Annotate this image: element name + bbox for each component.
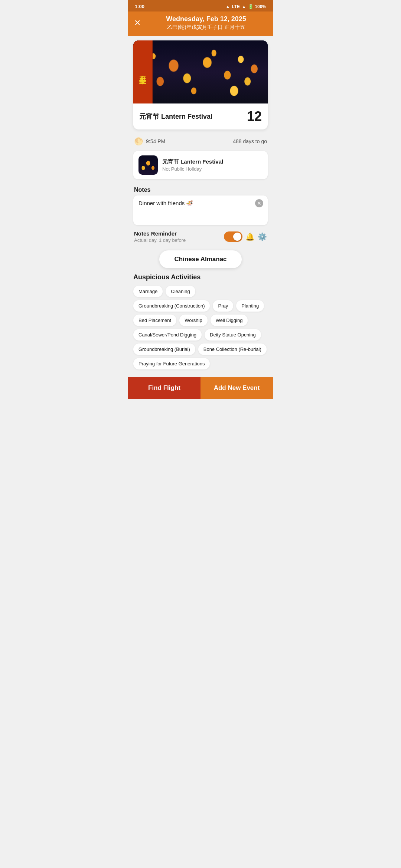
activities-section: Auspicious Activities MarriageCleaningGr… [128,273,273,369]
event-thumb-inner [138,155,158,175]
bell-icon[interactable]: 🔔 [245,232,255,241]
festival-day: 12 [247,109,262,124]
tags-container: MarriageCleaningGroundbreaking (Construc… [133,286,268,369]
reminder-icons: 🔔 ⚙️ [224,231,267,242]
reminder-subtitle: Actual day, 1 day before [134,237,220,243]
event-thumbnail [138,155,158,175]
reminder-title: Notes Reminder [134,230,220,237]
festival-name: 元宵节 Lantern Festival [139,112,212,121]
close-button[interactable]: ✕ [134,19,141,27]
chinese-date-line: 乙巳(蛇)年戊寅月壬子日 正月十五 [145,24,267,31]
lanterns-background [133,40,268,103]
red-date-tag: 正月十五 [133,40,153,103]
add-event-button[interactable]: Add New Event [200,377,273,399]
activity-tag[interactable]: Cleaning [166,286,195,297]
festival-info: 元宵节 Lantern Festival 12 [133,103,268,129]
battery-icon: 🔋 100% [248,4,266,9]
activities-title: Auspicious Activities [133,273,268,281]
reminder-toggle[interactable] [224,231,242,242]
header-text: Wednesday, Feb 12, 2025 乙巳(蛇)年戊寅月壬子日 正月十… [145,15,267,31]
activity-tag[interactable]: Groundbreaking (Burial) [133,343,195,355]
activity-tag[interactable]: Marriage [133,286,163,297]
gear-icon[interactable]: ⚙️ [258,232,267,241]
festival-image: 正月十五 [133,40,268,103]
clear-notes-button[interactable]: ✕ [255,199,263,207]
reminder-row: Notes Reminder Actual day, 1 day before … [128,225,273,248]
activity-tag[interactable]: Bed Placement [133,315,176,326]
date-line: Wednesday, Feb 12, 2025 [145,15,267,23]
event-entry[interactable]: 元宵节 Lantern Festival Not Public Holiday [133,151,268,179]
header: ✕ Wednesday, Feb 12, 2025 乙巳(蛇)年戊寅月壬子日 正… [128,11,273,36]
event-subtitle: Not Public Holiday [162,166,223,172]
wifi-icon: ▲ [225,4,230,9]
find-flight-button[interactable]: Find Flight [128,377,200,399]
activity-tag[interactable]: Well Digging [211,315,248,326]
moon-icon: 🌕 [134,137,143,146]
red-tag-text: 正月十五 [139,70,146,73]
bottom-buttons: Find Flight Add New Event [128,377,273,399]
activity-tag[interactable]: Praying for Future Generations [133,358,210,369]
activity-tag[interactable]: Bone Collection (Re-burial) [198,343,267,355]
activity-tag[interactable]: Pray [213,300,233,312]
reminder-text: Notes Reminder Actual day, 1 day before [134,230,220,243]
lte-label: LTE [232,4,240,9]
activity-tag[interactable]: Canal/Sewer/Pond Digging [133,329,202,341]
chinese-almanac-button[interactable]: Chinese Almanac [159,250,241,268]
activity-tag[interactable]: Worship [179,315,207,326]
notes-container[interactable]: Dinner with friends 🍜 ✕ [133,195,268,225]
activity-tag[interactable]: Deity Statue Opening [205,329,261,341]
event-text: 元宵节 Lantern Festival Not Public Holiday [162,158,223,172]
activity-tag[interactable]: Groundbreaking (Construction) [133,300,210,312]
festival-card: 正月十五 元宵节 Lantern Festival 12 [133,40,268,129]
time-row: 🌕 9:54 PM 488 days to go [128,134,273,149]
event-title: 元宵节 Lantern Festival [162,158,223,165]
toggle-knob [233,233,241,241]
activity-tag[interactable]: Planting [236,300,264,312]
status-bar: 1:00 ▲ LTE ▲ 🔋 100% [128,0,273,11]
notes-label: Notes [128,183,273,195]
status-time: 1:00 [135,4,144,9]
countdown: 488 days to go [233,138,267,144]
status-icons: ▲ LTE ▲ 🔋 100% [225,4,266,9]
signal-icon: ▲ [242,4,246,9]
notes-text[interactable]: Dinner with friends 🍜 [138,200,263,207]
current-time: 9:54 PM [146,138,165,144]
moon-time: 🌕 9:54 PM [134,137,165,146]
